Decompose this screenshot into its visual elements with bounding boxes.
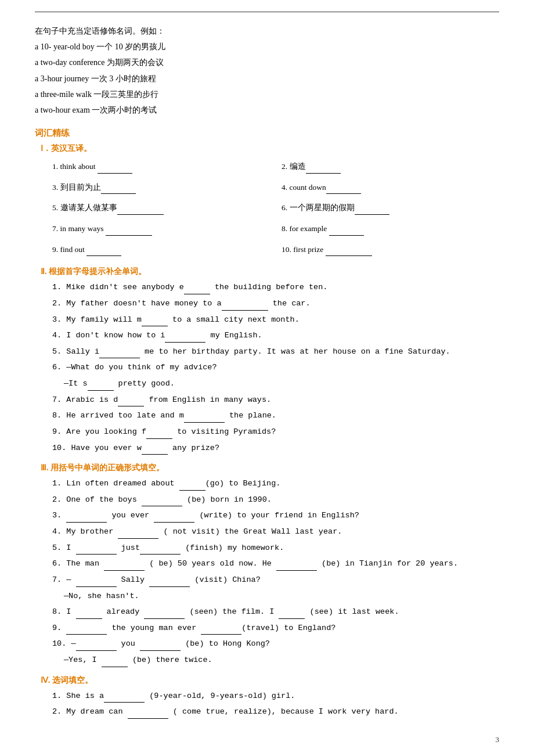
item-i-10: 10. first prize (282, 243, 499, 257)
section-i-title: Ⅰ．英汉互译。 (41, 143, 499, 154)
item-i-8: 8. for example (282, 222, 499, 236)
example-3: a 3-hour journey 一次 3 小时的旅程 (35, 71, 499, 86)
top-border (35, 12, 499, 12)
item-iii-7: 7. — Sally (visit) China? (52, 573, 499, 587)
item-ii-8: 8. He arrived too late and m the plane. (52, 409, 499, 423)
item-ii-5: 5. Sally i me to her birthday party. It … (52, 345, 499, 359)
item-iii-4: 4. My brother ( not visit) the Great Wal… (52, 525, 499, 539)
item-i-10-label: 10. first prize (282, 245, 326, 254)
blank-iii-6b[interactable] (276, 570, 317, 571)
item-i-9: 9. find out (52, 243, 270, 257)
item-i-5: 5. 邀请某人做某事 (52, 201, 270, 215)
blank-ii-9[interactable] (146, 438, 172, 439)
example-5: a two-hour exam 一次两小时的考试 (35, 103, 499, 117)
item-i-4-label: 4. count down (282, 183, 326, 192)
item-iii-2: 2. One of the boys (be) born in 1990. (52, 493, 499, 507)
blank-iii-9a[interactable] (66, 634, 107, 635)
page-number: 3 (496, 735, 500, 744)
item-i-7: 7. in many ways (52, 222, 270, 236)
section-iv-block: Ⅳ. 选词填空。 1. She is a (9-year-old, 9-year… (35, 675, 499, 719)
item-ii-7: 7. Arabic is d from English in many ways… (52, 393, 499, 407)
blank-i-5[interactable] (117, 214, 164, 215)
intro-header: 在句子中充当定语修饰名词。例如： (35, 24, 499, 38)
item-i-9-label: 9. find out (52, 245, 86, 254)
blank-iv-2[interactable] (128, 718, 168, 719)
blank-i-1[interactable] (98, 173, 132, 174)
blank-iii-3b[interactable] (154, 522, 194, 523)
section-ii-items: 1. Mike didn't see anybody e the buildin… (52, 280, 499, 455)
blank-iii-6a[interactable] (104, 570, 145, 571)
section-ii-title: Ⅱ. 根据首字母提示补全单词。 (41, 267, 499, 277)
blank-ii-6[interactable] (88, 390, 114, 391)
blank-iii-4[interactable] (118, 538, 158, 539)
item-ii-4: 4. I don't know how to i my English. (52, 329, 499, 343)
item-i-6-label: 6. 一个两星期的假期 (282, 203, 355, 212)
intro-section: 在句子中充当定语修饰名词。例如： a 10- year-old boy 一个 1… (35, 24, 499, 117)
item-iv-1: 1. She is a (9-year-old, 9-years-old) gi… (52, 689, 499, 703)
blank-i-4[interactable] (326, 193, 361, 194)
item-iii-10: 10. — you (be) to Hong Kong? (52, 637, 499, 651)
section-iv-title: Ⅳ. 选词填空。 (41, 675, 499, 686)
item-iii-1: 1. Lin often dreamed about (go) to Beiji… (52, 477, 499, 491)
item-ii-10: 10. Have you ever w any prize? (52, 441, 499, 455)
item-ii-9: 9. Are you looking f to visiting Pyramid… (52, 425, 499, 439)
main-section-title: 词汇精练 (35, 128, 499, 139)
section-iii-title: Ⅲ. 用括号中单词的正确形式填空。 (41, 463, 499, 473)
blank-iii-7a[interactable] (76, 586, 117, 587)
blank-i-3[interactable] (101, 193, 136, 194)
item-i-2-label: 2. 编造 (282, 162, 306, 171)
blank-iii-9b[interactable] (201, 634, 241, 635)
blank-i-10[interactable] (326, 255, 372, 256)
blank-iv-1[interactable] (104, 702, 145, 703)
item-i-8-label: 8. for example (282, 224, 329, 233)
blank-i-7[interactable] (106, 235, 152, 236)
item-ii-6b: —It s pretty good. (64, 377, 499, 391)
blank-i-9[interactable] (86, 255, 121, 256)
item-iii-8: 8. I already (seen) the film. I (see) it… (52, 605, 499, 619)
blank-ii-10[interactable] (142, 454, 168, 455)
blank-ii-4[interactable] (165, 342, 205, 343)
blank-iii-1[interactable] (179, 490, 205, 491)
item-i-4: 4. count down (282, 181, 499, 195)
blank-ii-7[interactable] (118, 406, 144, 406)
item-iii-7b: —No, she hasn't. (64, 589, 499, 603)
item-iii-9: 9. the young man ever (travel) to Englan… (52, 621, 499, 635)
blank-ii-8[interactable] (184, 422, 225, 423)
section-ii-block: Ⅱ. 根据首字母提示补全单词。 1. Mike didn't see anybo… (35, 267, 499, 455)
item-i-1-label: 1. think about (52, 162, 98, 171)
section-iii-block: Ⅲ. 用括号中单词的正确形式填空。 1. Lin often dreamed a… (35, 463, 499, 667)
item-ii-3: 3. My family will m to a small city next… (52, 313, 499, 327)
blank-iii-10b[interactable] (140, 650, 181, 651)
blank-iii-3a[interactable] (66, 522, 107, 523)
blank-iii-8c[interactable] (279, 618, 305, 619)
item-ii-6: 6. —What do you think of my advice? (52, 361, 499, 375)
blank-iii-10c[interactable] (102, 667, 128, 667)
blank-iii-5a[interactable] (76, 554, 117, 555)
item-ii-2: 2. My father doesn't have money to a the… (52, 297, 499, 311)
item-iii-10b: —Yes, I (be) there twice. (64, 653, 499, 667)
item-i-3-label: 3. 到目前为止 (52, 183, 101, 192)
item-i-1: 1. think about (52, 160, 270, 174)
item-i-2: 2. 编造 (282, 160, 499, 174)
blank-ii-5[interactable] (99, 358, 140, 358)
item-iii-6: 6. The man ( be) 50 years old now. He (b… (52, 557, 499, 571)
item-i-6: 6. 一个两星期的假期 (282, 201, 499, 215)
blank-iii-5b[interactable] (140, 554, 181, 555)
blank-iii-2[interactable] (142, 506, 182, 506)
item-i-3: 3. 到目前为止 (52, 181, 270, 195)
blank-iii-10a[interactable] (76, 650, 117, 651)
blank-ii-1[interactable] (184, 294, 210, 294)
blank-i-6[interactable] (355, 214, 389, 215)
item-i-7-label: 7. in many ways (52, 224, 106, 233)
item-ii-1: 1. Mike didn't see anybody e the buildin… (52, 280, 499, 294)
blank-i-2[interactable] (306, 173, 341, 174)
blank-i-8[interactable] (329, 235, 364, 236)
blank-ii-3[interactable] (142, 326, 168, 326)
blank-iii-8b[interactable] (144, 618, 185, 619)
blank-iii-7b[interactable] (149, 586, 190, 587)
blank-ii-2[interactable] (222, 310, 268, 311)
example-1: a 10- year-old boy 一个 10 岁的男孩儿 (35, 39, 499, 54)
blank-iii-8a[interactable] (76, 618, 102, 619)
example-4: a three-mile walk 一段三英里的步行 (35, 87, 499, 102)
section-iv-items: 1. She is a (9-year-old, 9-years-old) gi… (52, 689, 499, 719)
